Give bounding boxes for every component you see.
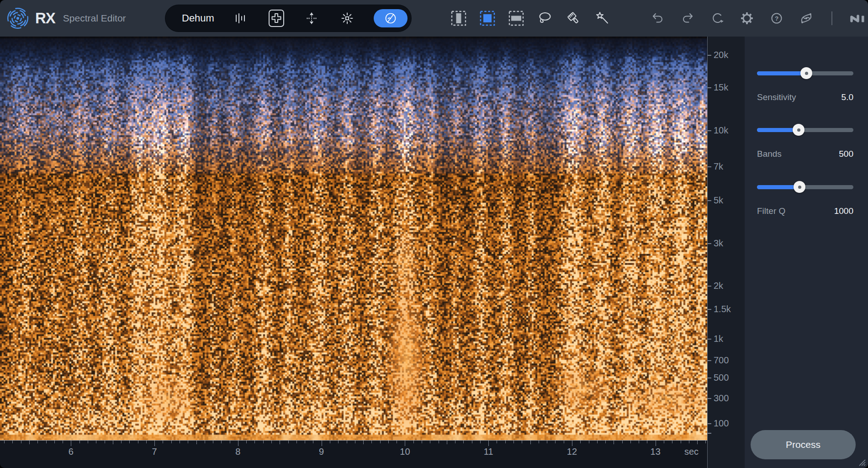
time-tick [413, 441, 414, 443]
time-tick [238, 441, 238, 446]
time-tick [313, 441, 313, 443]
freq-tick-label: 2k [714, 281, 723, 291]
slider-thumb[interactable] [800, 67, 812, 79]
slider-label: Sensitivity [757, 92, 796, 102]
time-tick [71, 441, 71, 446]
sensitivity-slider[interactable] [757, 71, 853, 75]
time-selection-tool[interactable] [450, 11, 466, 27]
freq-tick [708, 423, 711, 424]
freq-tick-label: 20k [714, 50, 728, 60]
time-tick [121, 441, 122, 443]
slider-label: Filter Q [757, 206, 785, 216]
time-tick [513, 441, 514, 443]
time-tick [21, 441, 21, 443]
time-tick [681, 441, 681, 443]
time-tick [664, 441, 664, 443]
lasso-tool[interactable] [537, 11, 553, 27]
time-tick [180, 441, 180, 443]
frequency-selection-tool[interactable] [508, 11, 524, 27]
bands-icon [234, 11, 248, 25]
redo-icon [681, 11, 694, 25]
time-tick [689, 441, 689, 443]
time-tick [280, 441, 280, 444]
signal-chain-icon [799, 11, 814, 26]
freq-tick-label: 1k [714, 334, 723, 344]
crossed-wave-icon [384, 11, 397, 25]
slider-thumb[interactable] [794, 181, 805, 193]
time-tick [129, 441, 130, 443]
bands-tool-button[interactable] [232, 8, 249, 28]
time-tick [363, 441, 364, 444]
process-button[interactable]: Process [751, 430, 856, 459]
freq-tick [708, 433, 711, 434]
rx-logo-icon [7, 8, 28, 29]
frequency-selection-icon [508, 11, 524, 26]
freq-tick-label: 3k [714, 238, 723, 249]
module-selector[interactable]: Dehum [182, 12, 214, 24]
time-tick [530, 441, 531, 444]
signal-chain-button[interactable] [799, 11, 814, 26]
time-tick [630, 441, 631, 443]
time-tick [113, 441, 113, 444]
time-frequency-selection-tool[interactable] [479, 11, 495, 27]
settings-button[interactable] [740, 11, 754, 26]
gear-icon [740, 11, 754, 26]
time-tick [430, 441, 430, 443]
time-tick [488, 441, 489, 446]
freq-tick-label: 700 [714, 355, 729, 366]
time-tick [254, 441, 255, 443]
slider-value: 1000 [834, 206, 853, 216]
time-tick [589, 441, 589, 443]
product-name: Spectral Editor [63, 13, 126, 24]
resize-grip[interactable] [858, 458, 866, 466]
nudge-tool-button[interactable] [303, 8, 320, 28]
bands-slider[interactable] [757, 128, 853, 132]
time-tick [188, 441, 188, 443]
undo-button[interactable] [651, 11, 665, 26]
time-tick [547, 441, 547, 443]
freq-tick [708, 87, 711, 88]
filter-q-slider[interactable] [757, 185, 853, 189]
slider-fill [757, 185, 799, 189]
time-tick [88, 441, 88, 443]
gain-tool-button[interactable] [339, 8, 356, 28]
time-tick-label: 11 [482, 447, 495, 457]
time-tick [580, 441, 581, 443]
history-button[interactable] [710, 11, 725, 26]
time-tick-label: 13 [649, 447, 662, 457]
time-tick [405, 441, 405, 446]
rx-window: RX Spectral Editor Dehum [0, 0, 868, 468]
history-icon [710, 11, 724, 25]
frequency-ruler[interactable]: 20k15k10k7k5k3k2k1.5k1k700500300100 [707, 37, 745, 468]
slider-value: 500 [839, 149, 853, 159]
time-tick [196, 441, 197, 444]
slider-thumb[interactable] [793, 124, 804, 136]
time-tick [455, 441, 455, 443]
brand-name: RX [35, 10, 55, 27]
magic-wand-tool[interactable] [594, 11, 610, 27]
brush-tool[interactable] [566, 11, 582, 27]
time-tick [355, 441, 355, 443]
spectrogram-display[interactable] [0, 37, 707, 440]
time-tick [472, 441, 472, 443]
slider-value: 5.0 [842, 92, 853, 102]
redo-button[interactable] [680, 11, 695, 26]
undo-icon [651, 11, 665, 25]
help-button[interactable]: ? [769, 11, 784, 26]
filter-q-slider-group: Filter Q 1000 [757, 185, 853, 216]
magic-wand-icon [595, 11, 610, 26]
freq-tick [708, 200, 711, 201]
top-bar: RX Spectral Editor Dehum [0, 0, 868, 37]
add-region-tool-button[interactable] [268, 8, 285, 28]
time-tick [263, 441, 264, 443]
svg-text:?: ? [775, 15, 778, 22]
adaptive-mode-toggle[interactable] [374, 9, 408, 27]
time-ruler[interactable]: sec 678910111213 [0, 440, 707, 468]
freq-tick [708, 286, 711, 287]
time-tick [171, 441, 172, 443]
time-tick [522, 441, 522, 443]
time-tick [146, 441, 147, 443]
header-actions: ? [651, 0, 868, 37]
time-tick [697, 441, 698, 444]
time-tick [12, 441, 13, 443]
